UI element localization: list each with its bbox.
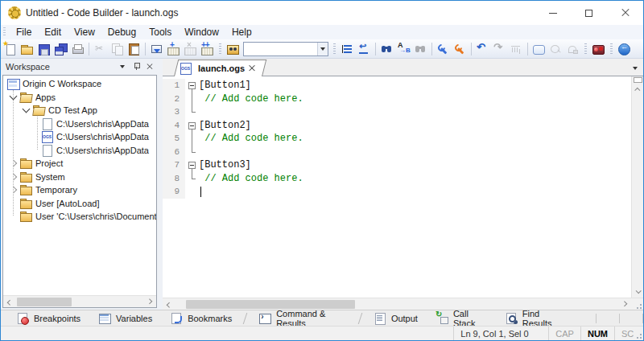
scroll-thumb[interactable]: [17, 298, 72, 306]
panel-tab-bookmarks[interactable]: Bookmarks: [161, 310, 241, 326]
fold-collapse-icon[interactable]: [188, 162, 196, 169]
editor-line[interactable]: 5 // Add code here.: [163, 132, 631, 146]
chevron-right-icon[interactable]: [8, 157, 19, 170]
redo-button[interactable]: [491, 40, 508, 57]
panel-tab-variables[interactable]: Variables: [89, 310, 161, 326]
tree-item-cd-test-app[interactable]: CD Test App: [3, 104, 156, 117]
tree-item-project[interactable]: Project: [3, 157, 156, 170]
scroll-left-arrow[interactable]: [163, 298, 175, 310]
chevron-right-icon[interactable]: [8, 170, 19, 183]
minimize-button[interactable]: [535, 1, 571, 25]
editor-line[interactable]: 6: [163, 146, 631, 159]
editor-vscrollbar[interactable]: [631, 76, 643, 298]
fold-collapse-icon[interactable]: [188, 82, 196, 89]
tree-item-user-c-users-chris-document[interactable]: User 'C:\Users\chris\Document: [3, 210, 156, 224]
indent-button[interactable]: [339, 40, 356, 57]
scroll-left-arrow[interactable]: [3, 296, 15, 308]
scroll-track[interactable]: [15, 296, 144, 307]
menu-view[interactable]: View: [68, 25, 101, 39]
save-button[interactable]: [35, 40, 52, 57]
editor-line[interactable]: 7[Button3]: [163, 158, 631, 172]
tree-item-c-users-chris-appdata[interactable]: C:\Users\chris\AppData: [3, 130, 156, 144]
panel-tab-output[interactable]: Output: [365, 310, 427, 326]
frame-button[interactable]: [530, 40, 547, 57]
editor-line[interactable]: 4[Button2]: [163, 119, 631, 133]
undo-button[interactable]: [474, 40, 491, 57]
editor-line[interactable]: 2 // Add code here.: [163, 92, 631, 106]
build-button[interactable]: [165, 40, 182, 57]
scroll-down-arrow[interactable]: [632, 286, 644, 298]
close-button[interactable]: [607, 1, 643, 25]
tree-item-temporary[interactable]: Temporary: [3, 183, 156, 197]
new-file-button[interactable]: [2, 40, 19, 57]
tree-item-system[interactable]: System: [3, 170, 156, 184]
tree-item-apps[interactable]: Apps: [3, 91, 156, 105]
compile-button[interactable]: [148, 40, 165, 57]
scroll-up-arrow[interactable]: [632, 84, 644, 96]
panel-tab-call-stack[interactable]: Call Stack: [427, 310, 496, 326]
menu-window[interactable]: Window: [178, 25, 225, 39]
scroll-right-arrow[interactable]: [144, 296, 156, 308]
find-button[interactable]: [378, 40, 395, 57]
chevron-right-icon[interactable]: [8, 183, 19, 196]
workspace-hscrollbar[interactable]: [3, 295, 156, 307]
editor-line[interactable]: 1[Button1]: [163, 79, 631, 92]
tab-close-button[interactable]: [248, 64, 256, 72]
chevron-down-icon[interactable]: [21, 104, 32, 117]
editor-line[interactable]: 9: [163, 185, 631, 199]
cut-button[interactable]: [92, 40, 109, 57]
menu-tools[interactable]: Tools: [142, 25, 178, 39]
count-button[interactable]: [508, 40, 525, 57]
menu-file[interactable]: File: [10, 25, 38, 39]
wrench-orange-button[interactable]: [452, 40, 469, 57]
menu-edit[interactable]: Edit: [38, 25, 68, 39]
breakpoints-red-button[interactable]: [590, 40, 607, 57]
tree-item-origin-c-workspace[interactable]: Origin C Workspace: [3, 77, 156, 91]
paste-button[interactable]: [126, 40, 142, 57]
save-all-icon: [54, 43, 68, 55]
panel-tab-find-results[interactable]: Find Results: [496, 310, 573, 326]
print-button[interactable]: [69, 40, 86, 57]
panel-tab-breakpoints[interactable]: Breakpoints: [7, 310, 89, 326]
tree-item-c-users-chris-appdata[interactable]: C:\Users\chris\AppData: [3, 144, 156, 158]
back-button[interactable]: [616, 40, 633, 57]
scroll-right-arrow[interactable]: [619, 298, 631, 310]
save-all-button[interactable]: [52, 40, 69, 57]
open-button[interactable]: [19, 40, 35, 57]
menu-debug[interactable]: Debug: [101, 25, 142, 39]
rebuild-all-button[interactable]: [199, 40, 216, 57]
tree-item-user-autoload[interactable]: User [AutoLoad]: [3, 197, 156, 211]
scroll-thumb[interactable]: [186, 300, 355, 309]
editor-line[interactable]: 8 // Add code here.: [163, 172, 631, 186]
panel-tab-command-results[interactable]: Command & Results: [250, 310, 356, 326]
tab-list-dropdown[interactable]: [633, 64, 638, 72]
find-in-files-button[interactable]: [412, 40, 429, 57]
menu-help[interactable]: Help: [225, 25, 258, 39]
resize-grip[interactable]: [634, 327, 643, 340]
lasso-button[interactable]: [547, 40, 564, 57]
pin-button[interactable]: [130, 61, 142, 72]
editor-hscrollbar[interactable]: [163, 298, 631, 310]
split-handle[interactable]: [634, 77, 642, 83]
wrench-blue-button[interactable]: [435, 40, 452, 57]
folder-watch-button[interactable]: [225, 40, 242, 57]
tree-item-c-users-chris-appdata[interactable]: C:\Users\chris\AppData: [3, 117, 156, 131]
lasso2-button[interactable]: [564, 40, 581, 57]
scroll-track[interactable]: [632, 96, 643, 286]
chevron-down-icon[interactable]: [8, 91, 19, 104]
editor-line[interactable]: 3: [163, 105, 631, 119]
panel-close-button[interactable]: [143, 61, 155, 72]
scroll-track[interactable]: [175, 298, 619, 310]
tab-launch-ogs[interactable]: launch.ogs: [174, 60, 262, 76]
bookmarks-icon: [170, 312, 184, 324]
copy-button[interactable]: [109, 40, 126, 57]
panel-menu-button[interactable]: [116, 61, 128, 72]
replace-button[interactable]: [395, 40, 412, 57]
combobox-dropdown-button[interactable]: [317, 43, 328, 55]
maximize-button[interactable]: [571, 1, 607, 25]
uncomment-button[interactable]: [356, 40, 373, 57]
script-combobox[interactable]: [243, 42, 328, 56]
code-editor[interactable]: 1[Button1]2 // Add code here.34[Button2]…: [163, 76, 631, 298]
fold-collapse-icon[interactable]: [188, 122, 196, 129]
stop-build-button[interactable]: [182, 40, 199, 57]
